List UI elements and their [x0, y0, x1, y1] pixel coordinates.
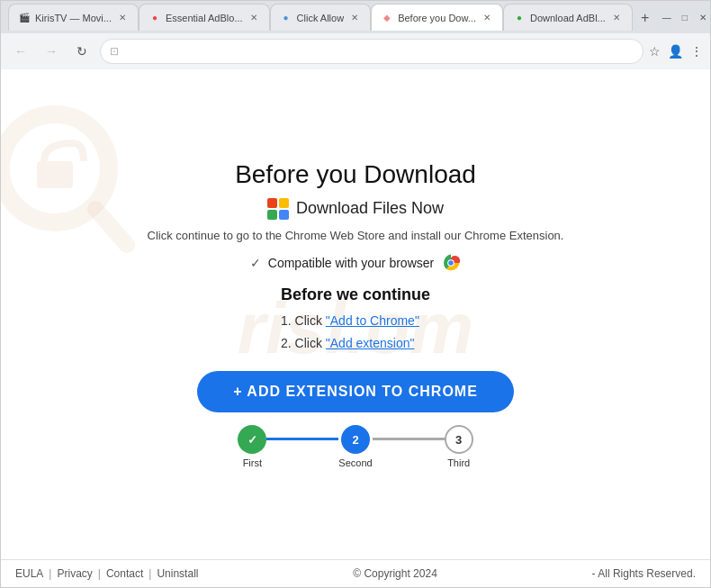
tab-1-favicon: 🎬 — [18, 12, 31, 24]
app-icon-yellow — [279, 198, 289, 208]
tab-3[interactable]: ● Click Allow ✕ — [270, 4, 372, 31]
tab-3-label: Click Allow — [297, 13, 345, 23]
tab-1[interactable]: 🎬 KirisTV — Movi... ✕ — [8, 4, 139, 31]
star-icon[interactable]: ☆ — [649, 44, 661, 59]
footer-uninstall-link[interactable]: Uninstall — [157, 567, 198, 580]
tab-4-favicon: ◆ — [381, 12, 393, 24]
app-name: Download Files Now — [296, 199, 444, 218]
new-tab-button[interactable]: + — [633, 5, 658, 31]
add-extension-link[interactable]: "Add extension" — [326, 336, 415, 350]
step-circle-2: 2 — [341, 425, 370, 454]
main-content: Before you Download Download Files Now C… — [1, 69, 710, 559]
tab-1-label: KirisTV — Movi... — [35, 13, 112, 23]
steps-list: 1. Click "Add to Chrome" 2. Click "Add e… — [281, 310, 430, 355]
checkmark-icon: ✓ — [250, 256, 261, 270]
app-name-row: Download Files Now — [267, 198, 444, 220]
step-2: 2. Click "Add extension" — [281, 332, 430, 355]
app-icon-blue — [279, 210, 289, 220]
menu-icon[interactable]: ⋮ — [690, 44, 703, 59]
app-icon-red — [267, 198, 277, 208]
lens-icon: ⊡ — [110, 45, 119, 58]
step-circle-3: 3 — [445, 425, 473, 454]
app-icon-green — [267, 210, 277, 220]
footer-sep-2: | — [98, 567, 101, 580]
tab-5[interactable]: ● Download AdBl... ✕ — [503, 4, 633, 31]
step-2-prefix: 2. Click — [281, 336, 326, 350]
footer-privacy-link[interactable]: Privacy — [57, 567, 92, 580]
progress-step-1: ✓ First — [238, 425, 266, 468]
progress-step-3: 3 Third — [445, 425, 473, 468]
step-1-prefix: 1. Click — [281, 313, 326, 328]
add-extension-button[interactable]: + ADD EXTENSION TO CHROME — [197, 371, 514, 412]
app-icon — [267, 198, 289, 220]
page-content: risl.om Before you Download — [1, 69, 710, 587]
tab-2-label: Essential AdBlo... — [166, 13, 243, 23]
address-bar-icons: ☆ 👤 ⋮ — [649, 44, 703, 59]
tab-4-label: Before you Dow... — [398, 13, 476, 23]
step-label-2: Second — [338, 457, 372, 468]
tab-2-close[interactable]: ✕ — [248, 12, 260, 24]
tab-3-favicon: ● — [280, 12, 292, 24]
address-bar: ← → ↻ ⊡ ☆ 👤 ⋮ — [1, 33, 710, 69]
title-bar: 🎬 KirisTV — Movi... ✕ ● Essential AdBlo.… — [1, 1, 710, 33]
tab-4[interactable]: ◆ Before you Dow... ✕ — [371, 4, 503, 31]
footer-eula-link[interactable]: EULA — [15, 567, 43, 580]
tab-3-close[interactable]: ✕ — [348, 12, 361, 24]
step-circle-1: ✓ — [238, 425, 266, 454]
compat-text: Compatible with your browser — [268, 256, 434, 270]
add-to-chrome-link[interactable]: "Add to Chrome" — [326, 313, 419, 328]
url-box[interactable]: ⊡ — [100, 39, 644, 64]
svg-point-6 — [448, 260, 454, 266]
forward-button[interactable]: → — [39, 39, 64, 64]
step-1: 1. Click "Add to Chrome" — [281, 310, 430, 332]
minimize-button[interactable]: — — [662, 12, 672, 23]
step-line-1 — [266, 438, 338, 440]
chrome-icon — [441, 253, 461, 273]
tab-bar: 🎬 KirisTV — Movi... ✕ ● Essential AdBlo.… — [8, 4, 658, 31]
footer-links: EULA | Privacy | Contact | Uninstall — [15, 567, 198, 580]
subtitle: Click continue to go to the Chrome Web S… — [148, 229, 564, 242]
profile-icon[interactable]: 👤 — [668, 44, 683, 59]
back-button[interactable]: ← — [8, 39, 33, 64]
tab-5-close[interactable]: ✕ — [610, 12, 623, 24]
progress-steps: ✓ First 2 Second 3 Third — [238, 425, 472, 468]
footer: EULA | Privacy | Contact | Uninstall © C… — [1, 559, 710, 587]
step-line-2 — [373, 438, 445, 440]
page-title: Before you Download — [235, 160, 476, 189]
tab-4-close[interactable]: ✕ — [481, 12, 493, 24]
progress-step-2: 2 Second — [338, 425, 372, 468]
footer-rights: - All Rights Reserved. — [592, 567, 696, 580]
tab-5-favicon: ● — [513, 12, 526, 24]
tab-2[interactable]: ● Essential AdBlo... ✕ — [139, 4, 270, 31]
maximize-button[interactable]: □ — [680, 12, 690, 23]
footer-copyright: © Copyright 2024 — [353, 567, 437, 580]
compat-row: ✓ Compatible with your browser — [250, 253, 461, 273]
tab-1-close[interactable]: ✕ — [116, 12, 129, 24]
tab-2-favicon: ● — [148, 12, 161, 24]
footer-contact-link[interactable]: Contact — [106, 567, 143, 580]
before-title: Before we continue — [281, 285, 430, 304]
before-section: Before we continue 1. Click "Add to Chro… — [281, 285, 430, 355]
step-label-1: First — [243, 457, 262, 468]
footer-sep-1: | — [49, 567, 51, 580]
tab-5-label: Download AdBl... — [530, 13, 606, 23]
close-button[interactable]: ✕ — [698, 12, 708, 23]
reload-button[interactable]: ↻ — [69, 39, 94, 64]
footer-sep-3: | — [148, 567, 151, 580]
browser-frame: 🎬 KirisTV — Movi... ✕ ● Essential AdBlo.… — [0, 0, 711, 588]
step-label-3: Third — [447, 457, 470, 468]
window-controls: — □ ✕ — [662, 12, 708, 23]
